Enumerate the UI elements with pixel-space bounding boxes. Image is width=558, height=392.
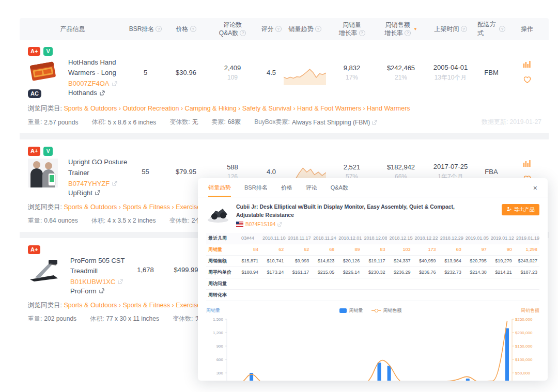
product-image[interactable]	[28, 257, 60, 286]
product-row: A+ V AC HotHands Hand Warmers - Long B00…	[20, 40, 549, 100]
external-link-icon[interactable]	[277, 222, 282, 227]
col-sales-trend[interactable]: 销量趋势?	[284, 25, 326, 34]
popup-product: Cubii Jr: Desk Elliptical w/Built in Dis…	[198, 197, 548, 231]
svg-text:600: 600	[216, 357, 224, 362]
external-link-icon[interactable]	[95, 190, 100, 195]
asin-link[interactable]: B0747YHYZF	[68, 180, 110, 187]
svg-text:1,500: 1,500	[213, 317, 224, 321]
aplus-badge: A+	[28, 147, 40, 155]
external-link-icon[interactable]	[118, 279, 123, 284]
sort-desc-icon[interactable]: ▼	[413, 27, 417, 32]
info-icon[interactable]: ?	[461, 26, 467, 32]
info-icon[interactable]: ?	[275, 26, 282, 32]
product-title[interactable]: Upright GO Posture Trainer	[68, 157, 134, 178]
data-updated-label: 数据更新: 2019-01-27	[482, 118, 541, 127]
reviews-count: 2,409	[224, 64, 241, 72]
category-breadcrumb[interactable]: Sports & Outdoors › Outdoor Recreation ›…	[64, 105, 410, 112]
asin-link[interactable]: B074F1S194	[245, 222, 275, 227]
app-root: 产品信息 BSR排名? 价格? 评论数Q&A数? 评分? 销量趋势? 周销量增长…	[0, 0, 558, 392]
weekly-revenue-growth: 21%	[395, 74, 407, 81]
bsr-value: 5	[126, 69, 165, 76]
aplus-badge: A+	[28, 245, 40, 254]
product-card: A+ V AC HotHands Hand Warmers - Long B00…	[20, 40, 549, 133]
product-image[interactable]	[28, 159, 58, 190]
info-icon[interactable]: ?	[315, 26, 321, 32]
category-line: 浏览同类目: Sports & Outdoors › Outdoor Recre…	[20, 100, 549, 113]
col-fulfillment[interactable]: 配送方式?	[477, 20, 505, 38]
external-link-icon[interactable]	[112, 181, 117, 186]
info-icon[interactable]: ?	[499, 26, 505, 32]
trend-chart: 03006009001,2001,500$0$50,000$100,000$15…	[198, 314, 548, 381]
brand-link[interactable]: ProForm	[70, 287, 97, 295]
info-icon[interactable]: ?	[359, 30, 365, 36]
ac-badge: AC	[28, 89, 41, 98]
close-icon[interactable]: ×	[533, 184, 537, 197]
weekly-table: 最近几周03#442018.11.10#452018.11.17#462018.…	[206, 233, 539, 301]
svg-text:1,200: 1,200	[213, 330, 224, 335]
rating-value: 4.0	[258, 168, 284, 176]
weekly-revenue-value: $182,942	[387, 163, 415, 171]
external-link-icon[interactable]	[99, 288, 104, 293]
listed-date-value: 2005-04-01	[433, 64, 468, 71]
col-listed-date[interactable]: 上架时间?	[424, 25, 477, 34]
popup-tab-bar: 销量趋势 BSR排名 价格 评论 Q&A数 ×	[198, 178, 548, 197]
col-operations: 操作	[505, 25, 549, 34]
weekly-sales-value: 2,521	[344, 163, 361, 171]
legend-bar-swatch	[339, 308, 347, 313]
weekly-revenue-value: $242,465	[387, 64, 415, 72]
bar-chart-icon[interactable]	[523, 60, 531, 70]
info-icon[interactable]: ?	[190, 26, 196, 32]
product-title[interactable]: HotHands Hand Warmers - Long	[68, 57, 134, 78]
col-weekly-sales[interactable]: 周销量增长率?	[326, 21, 378, 37]
svg-text:300: 300	[216, 370, 224, 375]
asin-link[interactable]: B0007ZF4OA	[68, 80, 110, 87]
popup-product-title: Cubii Jr: Desk Elliptical w/Built in Dis…	[236, 203, 463, 219]
qa-count: 109	[227, 74, 238, 81]
col-weekly-revenue[interactable]: 周销售额增长率?▼	[378, 21, 424, 37]
external-link-icon[interactable]	[372, 120, 377, 125]
tab-price[interactable]: 价格	[281, 184, 292, 197]
card-gap	[20, 133, 549, 139]
us-flag-icon	[236, 222, 243, 228]
export-person-icon	[506, 207, 512, 213]
reviews-count: 588	[227, 163, 238, 171]
sales-trend-sparkline[interactable]	[284, 60, 326, 85]
weekly-sales-value: 9,832	[344, 64, 361, 72]
info-icon[interactable]: ?	[240, 30, 246, 36]
brand-link[interactable]: UpRight	[68, 189, 92, 197]
col-reviews-qa[interactable]: 评论数Q&A数?	[207, 21, 258, 37]
export-product-button[interactable]: 导出产品	[502, 204, 539, 215]
bsr-value: 55	[126, 168, 165, 176]
col-product-info: 产品信息	[20, 25, 126, 34]
external-link-icon[interactable]	[112, 81, 117, 86]
svg-text:$200,000: $200,000	[515, 330, 533, 335]
product-image[interactable]	[28, 58, 58, 86]
tab-qa[interactable]: Q&A数	[331, 184, 348, 197]
external-link-icon[interactable]	[100, 90, 105, 96]
right-axis-title: 周销售额	[521, 307, 539, 314]
col-rating[interactable]: 评分?	[258, 25, 284, 34]
chart-legend: 周销量 周销售额	[339, 307, 402, 314]
legend-line-swatch	[371, 310, 381, 311]
tab-bsr-rank[interactable]: BSR排名	[244, 184, 268, 197]
video-badge: V	[43, 47, 52, 56]
price-value: $30.96	[165, 69, 207, 76]
svg-text:$100,000: $100,000	[515, 357, 533, 362]
asin-link[interactable]: B01KUBW1XC	[70, 278, 115, 286]
tab-sales-trend[interactable]: 销量趋势	[208, 184, 231, 197]
bsr-value: 1,678	[126, 266, 165, 274]
weekly-sales-growth: 17%	[346, 74, 358, 81]
product-image	[206, 203, 230, 228]
col-bsr[interactable]: BSR排名?	[126, 25, 165, 34]
col-price[interactable]: 价格?	[165, 25, 207, 34]
rating-value: 4.5	[258, 69, 284, 76]
svg-text:$150,000: $150,000	[515, 343, 533, 348]
bar-chart-icon[interactable]	[523, 160, 531, 169]
info-icon[interactable]: ?	[156, 26, 162, 32]
favorite-heart-icon[interactable]	[523, 76, 531, 85]
info-icon[interactable]: ?	[405, 30, 411, 36]
brand-link[interactable]: Hothands	[68, 89, 97, 97]
price-value: $79.95	[165, 168, 207, 176]
svg-text:900: 900	[216, 343, 224, 348]
tab-reviews[interactable]: 评论	[306, 184, 317, 197]
